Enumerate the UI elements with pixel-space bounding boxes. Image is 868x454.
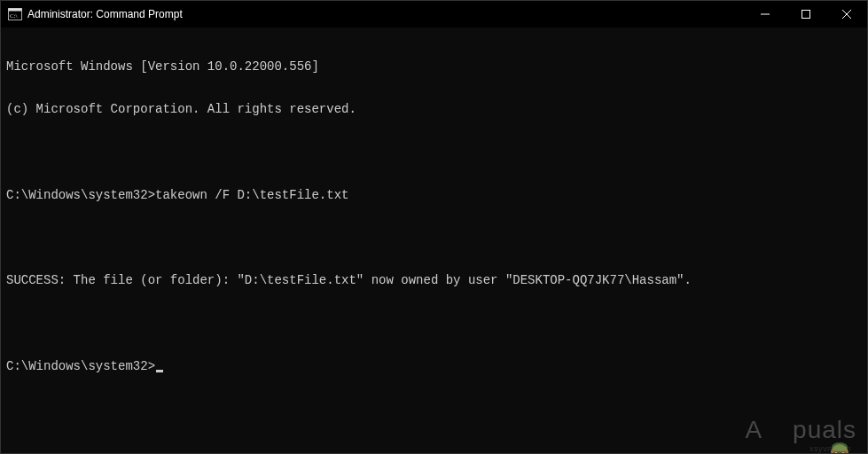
command-text: takeown /F D:\testFile.txt bbox=[155, 188, 348, 202]
terminal-prompt-line: C:\Windows\system32> bbox=[6, 359, 862, 373]
terminal-prompt-line: C:\Windows\system32>takeown /F D:\testFi… bbox=[6, 188, 862, 202]
svg-rect-4 bbox=[802, 11, 810, 19]
watermark-suffix: puals bbox=[793, 416, 856, 444]
watermark: A puals bbox=[745, 412, 856, 444]
cmd-icon: C:\ bbox=[8, 7, 22, 21]
terminal-line: Microsoft Windows [Version 10.0.22000.55… bbox=[6, 59, 862, 74]
terminal-line bbox=[6, 145, 862, 160]
watermark-sub: xsyvn.com bbox=[809, 444, 851, 453]
terminal-line bbox=[6, 231, 862, 245]
maximize-button[interactable] bbox=[786, 1, 826, 27]
titlebar[interactable]: C:\ Administrator: Command Prompt bbox=[1, 1, 867, 27]
window-controls bbox=[745, 1, 867, 27]
prompt-text: C:\Windows\system32> bbox=[6, 188, 155, 202]
command-prompt-window: C:\ Administrator: Command Prompt Micros… bbox=[0, 0, 868, 454]
svg-point-8 bbox=[832, 442, 848, 451]
svg-text:C:\: C:\ bbox=[10, 12, 18, 20]
watermark-prefix: A bbox=[745, 416, 762, 444]
close-button[interactable] bbox=[826, 1, 867, 27]
svg-point-7 bbox=[831, 444, 848, 453]
prompt-text: C:\Windows\system32> bbox=[6, 359, 155, 373]
window-title: Administrator: Command Prompt bbox=[27, 8, 183, 20]
terminal-line: (c) Microsoft Corporation. All rights re… bbox=[6, 102, 862, 116]
svg-rect-9 bbox=[833, 451, 846, 453]
cursor bbox=[156, 370, 163, 372]
terminal-output: SUCCESS: The file (or folder): "D:\testF… bbox=[6, 273, 862, 287]
svg-point-11 bbox=[842, 452, 845, 453]
minimize-button[interactable] bbox=[745, 1, 786, 27]
mascot-icon bbox=[764, 412, 791, 444]
svg-rect-1 bbox=[9, 9, 22, 12]
terminal-line bbox=[6, 317, 862, 331]
svg-point-10 bbox=[835, 452, 838, 453]
terminal-area[interactable]: Microsoft Windows [Version 10.0.22000.55… bbox=[1, 27, 867, 453]
